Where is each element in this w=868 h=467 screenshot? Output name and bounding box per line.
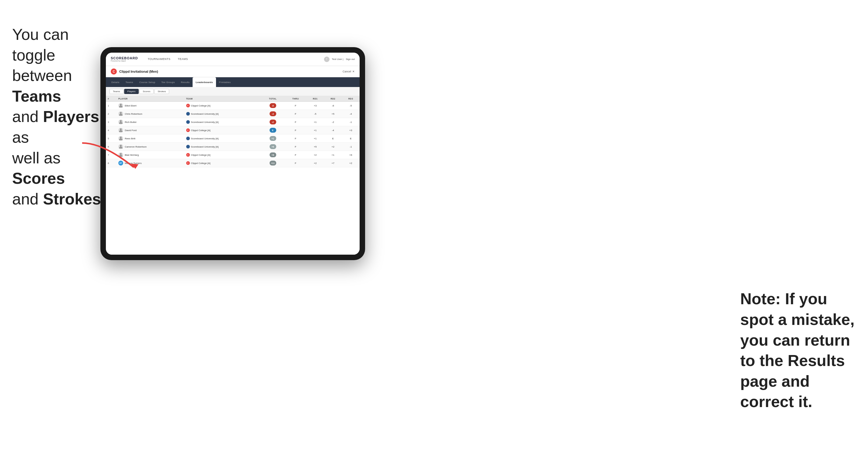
cell-thru: F xyxy=(285,151,306,159)
cell-player: Blair McHarg xyxy=(117,151,184,159)
cell-thru: F xyxy=(285,110,306,118)
tab-course-setup[interactable]: Course Setup xyxy=(136,77,158,87)
cell-thru: F xyxy=(285,143,306,151)
cell-rd2: +1 xyxy=(324,151,342,159)
cell-rd3: +2 xyxy=(342,159,360,167)
svg-point-7 xyxy=(120,153,122,155)
nav-tournaments[interactable]: TOURNAMENTS xyxy=(144,53,174,66)
player-avatar xyxy=(118,103,123,108)
scores-bold: Scores xyxy=(12,169,65,187)
cell-rd2: +2 xyxy=(324,143,342,151)
tab-teams[interactable]: Teams xyxy=(123,77,136,87)
player-avatar xyxy=(118,136,123,141)
cell-thru: F xyxy=(285,118,306,126)
cell-rd1: +1 xyxy=(306,126,324,134)
cell-player: Rich Butler xyxy=(117,118,184,126)
cell-rd3: +3 xyxy=(342,126,360,134)
nav-teams[interactable]: TEAMS xyxy=(174,53,192,66)
cell-player: Elliot Ebert xyxy=(117,102,184,110)
sub-tab-teams[interactable]: Teams xyxy=(110,89,124,94)
score-badge: -2 xyxy=(270,120,276,124)
sub-tab-players[interactable]: Players xyxy=(124,89,139,94)
col-rd1: RD1 xyxy=(306,96,324,102)
cell-team: Scoreboard University [A] xyxy=(184,110,261,118)
cancel-button[interactable]: Cancel ✕ xyxy=(343,70,355,73)
cell-pos: 5 xyxy=(106,134,117,143)
strokes-bold: Strokes xyxy=(43,190,101,208)
leaderboard-table: # PLAYER TEAM TOTAL THRU RD1 RD2 RD3 1 xyxy=(106,96,360,255)
cell-team: Scoreboard University [A] xyxy=(184,134,261,143)
sub-tab-scores[interactable]: Scores xyxy=(140,89,154,94)
tournament-name: Clippd Invitational (Men) xyxy=(119,70,158,73)
cell-thru: F xyxy=(285,126,306,134)
clippd-logo: C xyxy=(111,68,117,74)
tablet-screen: SCOREBOARD Powered by clippd TOURNAMENTS… xyxy=(106,53,360,255)
cell-total: -8 xyxy=(261,102,285,110)
cell-team: C Clippd College [A] xyxy=(184,151,261,159)
cell-thru: F xyxy=(285,102,306,110)
table-row: 1 Elliot Ebert C Clippd College [A] -8 F… xyxy=(106,102,360,110)
cell-team: C Clippd College [A] xyxy=(184,159,261,167)
cell-team: Scoreboard University [A] xyxy=(184,143,261,151)
cell-rd3: -5 xyxy=(342,102,360,110)
svg-point-2 xyxy=(120,112,122,114)
team-logo xyxy=(186,145,190,149)
tablet-frame: SCOREBOARD Powered by clippd TOURNAMENTS… xyxy=(100,47,365,260)
score-badge: +6 xyxy=(270,144,276,149)
team-logo: C xyxy=(186,128,190,132)
player-avatar xyxy=(118,152,123,157)
cell-total: -4 xyxy=(261,110,285,118)
tab-results[interactable]: Results xyxy=(178,77,193,87)
tab-tee-groups[interactable]: Tee Groups xyxy=(158,77,178,87)
cell-rd3: -1 xyxy=(342,118,360,126)
svg-point-5 xyxy=(120,136,122,138)
user-name: Test User | xyxy=(332,58,343,61)
cell-player: Rees Britt xyxy=(117,134,184,143)
cell-total: +11 xyxy=(261,159,285,167)
cell-rd2: -2 xyxy=(324,118,342,126)
tab-leaderboards[interactable]: Leaderboards xyxy=(193,77,216,87)
tab-details[interactable]: Details xyxy=(108,77,123,87)
cell-rd1: +2 xyxy=(306,151,324,159)
close-icon: ✕ xyxy=(352,70,355,73)
svg-point-4 xyxy=(120,128,122,130)
score-badge: E xyxy=(270,128,276,133)
cell-total: +1 xyxy=(261,134,285,143)
sign-out-link[interactable]: Sign out xyxy=(346,58,355,61)
svg-point-6 xyxy=(120,145,122,147)
cell-rd3: E xyxy=(342,134,360,143)
col-team: TEAM xyxy=(184,96,261,102)
players-bold: Players xyxy=(43,108,99,125)
score-badge: +11 xyxy=(270,161,276,165)
cell-pos: 3 xyxy=(106,118,117,126)
score-badge: -8 xyxy=(270,103,276,108)
cell-rd1: +1 xyxy=(306,118,324,126)
user-avatar: T xyxy=(324,57,330,62)
table-row: 8 MT Marcus Turners C Clippd College [A]… xyxy=(106,159,360,167)
cell-pos: 8 xyxy=(106,159,117,167)
players-table: # PLAYER TEAM TOTAL THRU RD1 RD2 RD3 1 xyxy=(106,96,360,167)
logo-sub: Powered by clippd xyxy=(111,60,138,62)
top-nav: SCOREBOARD Powered by clippd TOURNAMENTS… xyxy=(106,53,360,66)
cell-pos: 2 xyxy=(106,110,117,118)
cell-player: Chris Robertson xyxy=(117,110,184,118)
tab-printables[interactable]: Printables xyxy=(216,77,234,87)
score-badge: +1 xyxy=(270,136,276,141)
cell-rd1: -5 xyxy=(306,110,324,118)
cell-rd3: +6 xyxy=(342,151,360,159)
cell-team: Scoreboard University [A] xyxy=(184,118,261,126)
score-badge: -4 xyxy=(270,111,276,116)
cell-total: +8 xyxy=(261,151,285,159)
cell-pos: 7 xyxy=(106,151,117,159)
teams-bold: Teams xyxy=(12,87,61,105)
right-annotation: Note: If you spot a mistake, you can ret… xyxy=(740,289,856,412)
sub-tab-strokes[interactable]: Strokes xyxy=(154,89,169,94)
col-rd3: RD3 xyxy=(342,96,360,102)
col-rd2: RD2 xyxy=(324,96,342,102)
cell-total: E xyxy=(261,126,285,134)
sub-tabs: Teams Players Scores Strokes xyxy=(106,87,360,96)
cell-rd2: +7 xyxy=(324,159,342,167)
table-body: 1 Elliot Ebert C Clippd College [A] -8 F… xyxy=(106,102,360,167)
cell-player: Cameron Robertson xyxy=(117,143,184,151)
team-logo xyxy=(186,120,190,124)
